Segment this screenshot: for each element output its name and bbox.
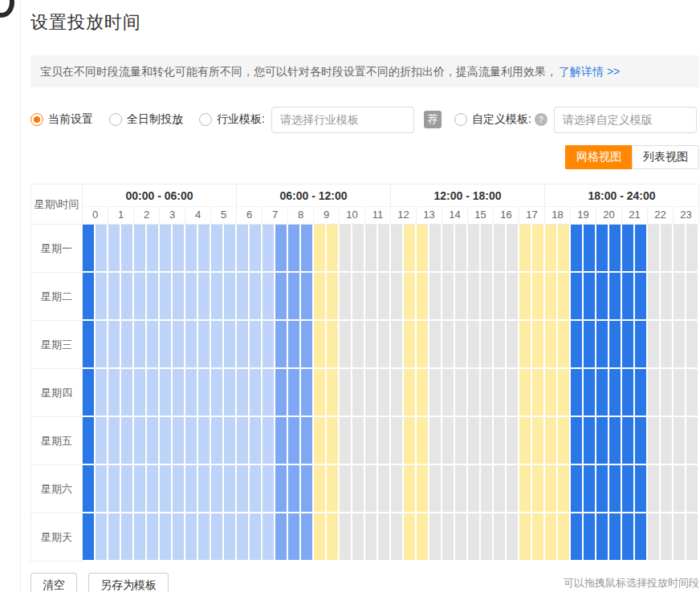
halfhour-cell[interactable] — [250, 513, 262, 562]
halfhour-cell[interactable] — [468, 513, 481, 562]
halfhour-cell[interactable] — [237, 321, 250, 369]
halfhour-cell[interactable] — [519, 321, 532, 369]
halfhour-cell[interactable] — [288, 465, 301, 513]
halfhour-cell[interactable] — [237, 513, 250, 562]
learn-more-link[interactable]: 了解详情 >> — [559, 65, 620, 78]
halfhour-cell[interactable] — [635, 225, 648, 273]
halfhour-cell[interactable] — [96, 417, 108, 465]
halfhour-cell[interactable] — [442, 369, 455, 417]
halfhour-cell[interactable] — [314, 417, 327, 465]
halfhour-cell[interactable] — [83, 369, 96, 417]
halfhour-cell[interactable] — [596, 321, 609, 369]
halfhour-cell[interactable] — [686, 225, 699, 273]
halfhour-cell[interactable] — [378, 369, 391, 417]
halfhour-cell[interactable] — [571, 465, 584, 513]
halfhour-cell[interactable] — [481, 513, 494, 562]
halfhour-cell[interactable] — [648, 417, 661, 465]
halfhour-cell[interactable] — [83, 417, 96, 465]
halfhour-cell[interactable] — [455, 225, 468, 273]
halfhour-cell[interactable] — [108, 225, 121, 273]
halfhour-cell[interactable] — [352, 369, 365, 417]
halfhour-cell[interactable] — [429, 369, 442, 417]
halfhour-cell[interactable] — [481, 321, 494, 369]
halfhour-cell[interactable] — [83, 465, 96, 513]
halfhour-cell[interactable] — [340, 321, 352, 369]
halfhour-cell[interactable] — [121, 369, 134, 417]
halfhour-cell[interactable] — [378, 321, 391, 369]
halfhour-cell[interactable] — [314, 273, 327, 321]
halfhour-cell[interactable] — [417, 465, 429, 513]
halfhour-cell[interactable] — [686, 417, 699, 465]
halfhour-cell[interactable] — [134, 225, 147, 273]
halfhour-cell[interactable] — [173, 513, 185, 562]
halfhour-cell[interactable] — [275, 225, 288, 273]
halfhour-cell[interactable] — [185, 417, 198, 465]
halfhour-cell[interactable] — [558, 465, 571, 513]
halfhour-cell[interactable] — [340, 513, 352, 562]
halfhour-cell[interactable] — [584, 417, 596, 465]
halfhour-cell[interactable] — [519, 513, 532, 562]
radio-industry-template[interactable]: 行业模板: — [199, 112, 265, 127]
halfhour-cell[interactable] — [648, 321, 661, 369]
halfhour-cell[interactable] — [584, 513, 596, 562]
halfhour-cell[interactable] — [352, 513, 365, 562]
halfhour-cell[interactable] — [185, 465, 198, 513]
industry-template-select[interactable] — [271, 107, 414, 133]
halfhour-cell[interactable] — [96, 225, 108, 273]
halfhour-cell[interactable] — [507, 513, 519, 562]
halfhour-cell[interactable] — [455, 513, 468, 562]
halfhour-cell[interactable] — [198, 513, 211, 562]
halfhour-cell[interactable] — [211, 369, 224, 417]
halfhour-cell[interactable] — [507, 417, 519, 465]
halfhour-cell[interactable] — [545, 465, 558, 513]
halfhour-cell[interactable] — [596, 513, 609, 562]
halfhour-cell[interactable] — [494, 417, 507, 465]
halfhour-cell[interactable] — [686, 273, 699, 321]
halfhour-cell[interactable] — [275, 369, 288, 417]
halfhour-cell[interactable] — [584, 369, 596, 417]
halfhour-cell[interactable] — [365, 225, 378, 273]
halfhour-cell[interactable] — [507, 225, 519, 273]
halfhour-cell[interactable] — [571, 369, 584, 417]
halfhour-cell[interactable] — [507, 465, 519, 513]
radio-all-day[interactable]: 全日制投放 — [109, 112, 183, 127]
halfhour-cell[interactable] — [96, 513, 108, 562]
halfhour-cell[interactable] — [378, 225, 391, 273]
halfhour-cell[interactable] — [417, 321, 429, 369]
halfhour-cell[interactable] — [481, 273, 494, 321]
save-as-template-button[interactable]: 另存为模板 — [88, 573, 169, 592]
halfhour-cell[interactable] — [327, 273, 340, 321]
halfhour-cell[interactable] — [262, 321, 275, 369]
halfhour-cell[interactable] — [571, 225, 584, 273]
halfhour-cell[interactable] — [442, 513, 455, 562]
halfhour-cell[interactable] — [609, 465, 622, 513]
halfhour-cell[interactable] — [532, 369, 545, 417]
halfhour-cell[interactable] — [494, 465, 507, 513]
halfhour-cell[interactable] — [404, 225, 417, 273]
halfhour-cell[interactable] — [121, 513, 134, 562]
halfhour-cell[interactable] — [468, 417, 481, 465]
halfhour-cell[interactable] — [327, 465, 340, 513]
halfhour-cell[interactable] — [519, 225, 532, 273]
halfhour-cell[interactable] — [674, 273, 686, 321]
halfhour-cell[interactable] — [224, 369, 237, 417]
halfhour-cell[interactable] — [96, 369, 108, 417]
halfhour-cell[interactable] — [250, 465, 262, 513]
halfhour-cell[interactable] — [301, 417, 314, 465]
halfhour-cell[interactable] — [314, 369, 327, 417]
halfhour-cell[interactable] — [455, 465, 468, 513]
halfhour-cell[interactable] — [250, 369, 262, 417]
halfhour-cell[interactable] — [507, 369, 519, 417]
halfhour-cell[interactable] — [674, 417, 686, 465]
halfhour-cell[interactable] — [468, 465, 481, 513]
halfhour-cell[interactable] — [327, 417, 340, 465]
halfhour-cell[interactable] — [545, 225, 558, 273]
halfhour-cell[interactable] — [198, 321, 211, 369]
halfhour-cell[interactable] — [545, 417, 558, 465]
halfhour-cell[interactable] — [314, 225, 327, 273]
halfhour-cell[interactable] — [571, 321, 584, 369]
halfhour-cell[interactable] — [622, 465, 635, 513]
halfhour-cell[interactable] — [391, 465, 404, 513]
halfhour-cell[interactable] — [275, 417, 288, 465]
custom-template-select[interactable] — [554, 107, 697, 133]
